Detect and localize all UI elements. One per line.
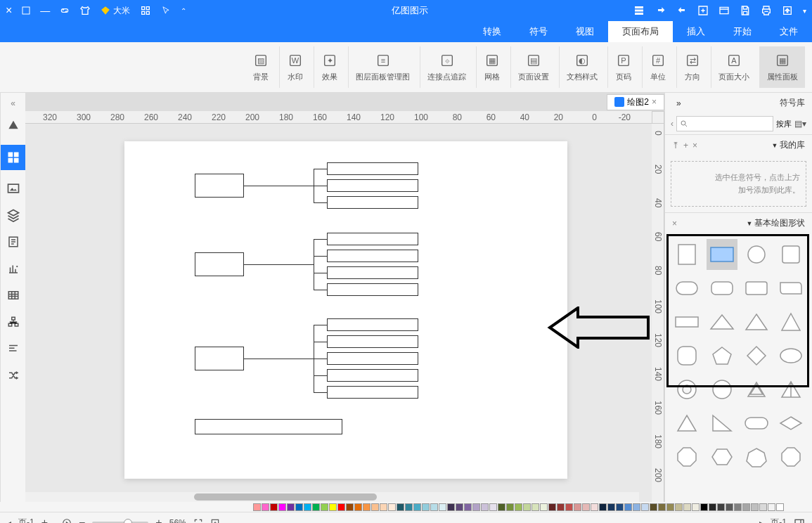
- ribbon-button[interactable]: ✦效果: [314, 46, 345, 88]
- color-swatch[interactable]: [346, 503, 354, 511]
- color-swatch[interactable]: [548, 503, 556, 511]
- color-swatch[interactable]: [523, 503, 531, 511]
- plus-box-icon[interactable]: [697, 5, 709, 16]
- shape-donut[interactable]: [671, 374, 702, 405]
- color-swatch[interactable]: [540, 503, 548, 511]
- collapse-left-icon[interactable]: «: [11, 98, 15, 108]
- diagram-box[interactable]: [327, 266, 418, 279]
- color-swatch[interactable]: [295, 503, 303, 511]
- diagram-box[interactable]: [327, 233, 418, 245]
- color-swatch[interactable]: [447, 503, 455, 511]
- shape-tri3[interactable]: [707, 306, 737, 337]
- shape-tri4[interactable]: [671, 408, 702, 439]
- color-swatch[interactable]: [270, 503, 278, 511]
- color-swatch[interactable]: [658, 503, 666, 511]
- color-swatch[interactable]: [650, 503, 657, 511]
- shape-tri-half[interactable]: [775, 374, 806, 405]
- color-swatch[interactable]: [506, 503, 514, 511]
- color-swatch[interactable]: [700, 503, 708, 511]
- color-swatch[interactable]: [515, 503, 522, 511]
- color-swatch[interactable]: [380, 503, 387, 511]
- diagram-box[interactable]: [327, 318, 418, 331]
- color-swatch[interactable]: [397, 503, 404, 511]
- add-page-icon[interactable]: +: [41, 517, 48, 524]
- color-swatch[interactable]: [262, 503, 269, 511]
- collapse-icon[interactable]: »: [672, 98, 685, 108]
- minimize-button[interactable]: —: [40, 5, 50, 16]
- color-swatch[interactable]: [759, 503, 767, 511]
- color-swatch[interactable]: [751, 503, 759, 511]
- shape-roundrect[interactable]: [741, 273, 772, 304]
- color-swatch[interactable]: [422, 503, 430, 511]
- shape-pentagon[interactable]: [707, 340, 737, 371]
- color-swatch[interactable]: [329, 503, 337, 511]
- shape-diamond[interactable]: [741, 340, 772, 371]
- page-indicator-right[interactable]: 页-1: [771, 517, 787, 523]
- color-swatch[interactable]: [717, 503, 725, 511]
- color-swatch[interactable]: [624, 503, 632, 511]
- color-swatch[interactable]: [574, 503, 581, 511]
- color-swatch[interactable]: [557, 503, 565, 511]
- ribbon-button[interactable]: W水印: [279, 46, 311, 88]
- color-swatch[interactable]: [388, 503, 396, 511]
- redo-icon[interactable]: [655, 5, 666, 16]
- ribbon-button[interactable]: ⇄方向: [676, 46, 708, 88]
- diagram-box[interactable]: [327, 196, 418, 209]
- color-swatch[interactable]: [287, 503, 295, 511]
- ribbon-button[interactable]: ▤页面设置: [510, 46, 556, 88]
- image-icon[interactable]: [5, 180, 22, 197]
- diagram-target[interactable]: [195, 174, 244, 198]
- page-nav-right[interactable]: ▸: [759, 518, 763, 524]
- link-icon[interactable]: [60, 6, 70, 15]
- chart-icon[interactable]: [5, 260, 22, 277]
- color-swatch[interactable]: [489, 503, 497, 511]
- fit-icon[interactable]: [210, 518, 220, 524]
- shape-octagon-r[interactable]: [671, 340, 702, 371]
- color-swatch[interactable]: [481, 503, 489, 511]
- scrollbar-horizontal[interactable]: [25, 492, 639, 502]
- menu-tab[interactable]: 开始: [719, 21, 766, 42]
- menu-tab[interactable]: 符号: [515, 21, 562, 42]
- shape-tri1[interactable]: [775, 306, 806, 337]
- diagram-box[interactable]: [327, 369, 418, 382]
- color-swatch[interactable]: [278, 503, 286, 511]
- shape-leaf[interactable]: [775, 273, 806, 304]
- grid-icon[interactable]: [140, 5, 151, 16]
- zoom-value[interactable]: 56%: [169, 518, 186, 524]
- shape-ellipse[interactable]: [775, 340, 806, 371]
- color-swatch[interactable]: [666, 503, 674, 511]
- color-swatch[interactable]: [616, 503, 624, 511]
- color-swatch[interactable]: [641, 503, 649, 511]
- diagram-box[interactable]: [327, 283, 418, 296]
- color-swatch[interactable]: [742, 503, 750, 511]
- color-swatch[interactable]: [472, 503, 480, 511]
- layout-icon[interactable]: [1, 145, 26, 170]
- color-swatch[interactable]: [582, 503, 590, 511]
- add-lib-icon[interactable]: +: [683, 141, 688, 150]
- close-lib-icon[interactable]: ×: [692, 141, 697, 150]
- color-swatch[interactable]: [607, 503, 615, 511]
- layers-icon[interactable]: [5, 207, 22, 224]
- play-icon[interactable]: [62, 518, 72, 524]
- color-swatch[interactable]: [531, 503, 539, 511]
- diagram-box[interactable]: [327, 335, 418, 348]
- menu-tab[interactable]: 文件: [766, 21, 812, 42]
- color-swatch[interactable]: [565, 503, 573, 511]
- page-nav-left[interactable]: ◂: [7, 518, 11, 524]
- undo-icon[interactable]: [676, 5, 688, 16]
- diagram-box[interactable]: [327, 250, 418, 262]
- diagram-box[interactable]: [327, 162, 418, 175]
- zoom-in-icon[interactable]: +: [155, 517, 162, 524]
- color-swatch[interactable]: [464, 503, 472, 511]
- shape-circle[interactable]: [741, 239, 772, 270]
- color-swatch[interactable]: [683, 503, 691, 511]
- ribbon-button[interactable]: ◐文档样式: [559, 46, 605, 88]
- color-swatch[interactable]: [591, 503, 598, 511]
- ribbon-button[interactable]: A页面大小: [711, 46, 756, 88]
- color-swatch[interactable]: [413, 503, 421, 511]
- export-lib-icon[interactable]: ⤒: [672, 141, 679, 150]
- note-icon[interactable]: [5, 233, 22, 250]
- color-swatch[interactable]: [456, 503, 463, 511]
- shirt-icon[interactable]: [79, 5, 91, 16]
- color-swatch[interactable]: [304, 503, 311, 511]
